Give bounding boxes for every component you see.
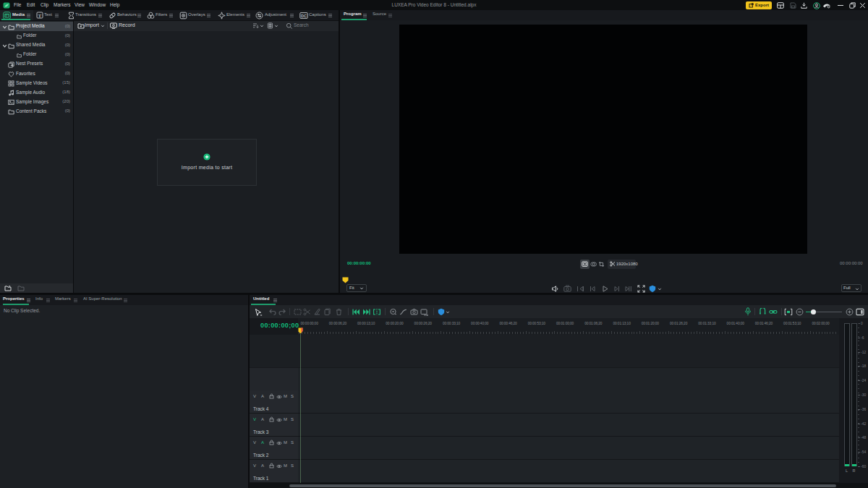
svg-text:T: T	[38, 12, 42, 17]
svg-text:DC: DC	[301, 13, 307, 17]
